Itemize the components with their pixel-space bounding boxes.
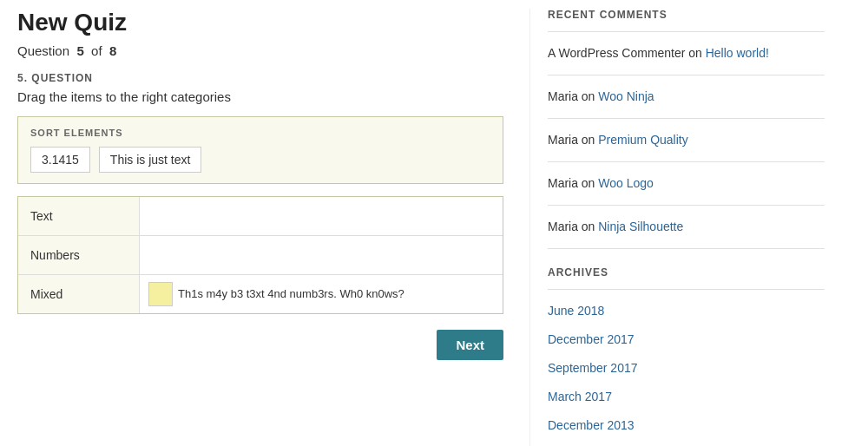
category-row-text: Text: [18, 197, 503, 236]
archive-item-4: December 2013: [548, 411, 825, 440]
comment-item-4: Maria on Ninja Silhouette: [548, 213, 825, 241]
recent-comments-title: Recent Comments: [548, 9, 825, 21]
comment-author-2: Maria: [548, 133, 578, 147]
recent-comments-divider: [548, 31, 825, 32]
divider-3: [548, 205, 825, 206]
sort-elements-box: Sort Elements 3.1415 This is just text: [17, 116, 503, 184]
archives-section: Archives June 2018 December 2017 Septemb…: [548, 266, 825, 440]
question-of: of: [91, 43, 102, 58]
comment-author-0: A WordPress Commenter: [548, 46, 685, 60]
archive-item-3: March 2017: [548, 383, 825, 411]
sort-elements-label: Sort Elements: [30, 128, 490, 138]
category-dropzone-numbers[interactable]: [140, 236, 503, 274]
comment-on-3: on: [582, 176, 598, 190]
dropped-color-swatch: [148, 282, 173, 306]
sort-item-1[interactable]: 3.1415: [30, 147, 90, 173]
next-button[interactable]: Next: [437, 330, 503, 360]
divider-4: [548, 248, 825, 249]
archive-item-0: June 2018: [548, 297, 825, 325]
page-title: New Quiz: [17, 9, 503, 36]
question-instruction: Drag the items to the right categories: [17, 89, 503, 104]
button-row: Next: [17, 326, 503, 360]
comment-on-1: on: [582, 89, 598, 103]
comment-on-4: on: [582, 220, 598, 233]
category-dropzone-text[interactable]: [140, 197, 503, 235]
comment-item-2: Maria on Premium Quality: [548, 126, 825, 154]
categories-box: Text Numbers Mixed Th1s m4y b3 t3xt 4nd …: [17, 196, 503, 314]
archive-link-4[interactable]: December 2013: [548, 418, 635, 432]
comment-item-1: Maria on Woo Ninja: [548, 82, 825, 111]
sort-item-2[interactable]: This is just text: [99, 147, 202, 173]
question-meta: Question 5 of 8: [17, 43, 503, 58]
archives-divider: [548, 289, 825, 290]
comment-link-4[interactable]: Ninja Silhouette: [598, 220, 683, 233]
divider-1: [548, 118, 825, 119]
category-name-text: Text: [18, 197, 140, 235]
question-section-label: 5. Question: [17, 72, 503, 84]
comment-link-0[interactable]: Hello world!: [706, 46, 769, 60]
comment-link-1[interactable]: Woo Ninja: [598, 89, 654, 103]
question-label: Question: [17, 43, 69, 58]
question-total: 8: [109, 43, 116, 58]
divider-2: [548, 161, 825, 162]
archive-link-1[interactable]: December 2017: [548, 332, 635, 346]
comment-on-2: on: [582, 133, 598, 147]
archive-link-3[interactable]: March 2017: [548, 390, 612, 403]
dropped-text-mixed: Th1s m4y b3 t3xt 4nd numb3rs. Wh0 kn0ws?: [178, 286, 404, 302]
category-row-numbers: Numbers: [18, 236, 503, 275]
comment-author-1: Maria: [548, 89, 578, 103]
category-name-mixed: Mixed: [18, 275, 140, 313]
category-name-numbers: Numbers: [18, 236, 140, 274]
comment-item-3: Maria on Woo Logo: [548, 169, 825, 198]
comment-item-0: A WordPress Commenter on Hello world!: [548, 39, 825, 68]
category-dropzone-mixed[interactable]: Th1s m4y b3 t3xt 4nd numb3rs. Wh0 kn0ws?: [140, 275, 503, 313]
archive-item-2: September 2017: [548, 354, 825, 383]
comment-on-0: on: [688, 46, 705, 60]
comment-link-3[interactable]: Woo Logo: [598, 176, 654, 190]
archives-title: Archives: [548, 266, 825, 279]
recent-comments-section: Recent Comments A WordPress Commenter on…: [548, 9, 825, 249]
comment-link-2[interactable]: Premium Quality: [598, 133, 687, 147]
category-row-mixed: Mixed Th1s m4y b3 t3xt 4nd numb3rs. Wh0 …: [18, 275, 503, 313]
sidebar: Recent Comments A WordPress Commenter on…: [529, 9, 825, 446]
sort-items-container: 3.1415 This is just text: [30, 147, 490, 173]
comment-author-4: Maria: [548, 220, 578, 233]
question-current: 5: [76, 43, 83, 58]
archive-link-2[interactable]: September 2017: [548, 361, 638, 375]
divider-0: [548, 75, 825, 75]
archive-link-0[interactable]: June 2018: [548, 304, 604, 318]
archive-item-1: December 2017: [548, 325, 825, 354]
comment-author-3: Maria: [548, 176, 578, 190]
